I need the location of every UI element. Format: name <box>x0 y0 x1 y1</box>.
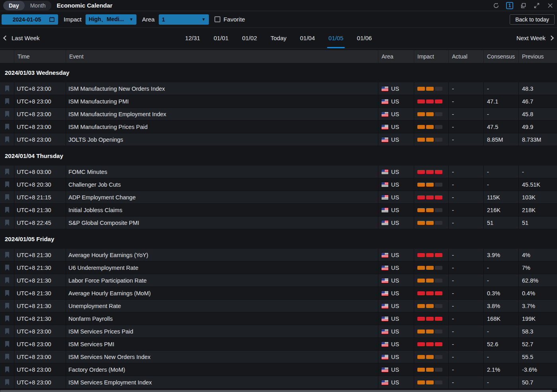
event-row[interactable]: UTC+8 21:30Nonfarm PayrollsUS-168K199K <box>0 312 557 325</box>
bookmark-icon[interactable] <box>5 265 10 271</box>
back-to-today-button[interactable]: Back to today <box>510 14 555 25</box>
day-tab-01-05[interactable]: 01/05 <box>322 28 351 48</box>
impact-bar <box>435 208 442 212</box>
event-row[interactable]: UTC+8 23:00Factory Orders (MoM)US-2.1%-3… <box>0 363 557 376</box>
horizontal-scrollbar[interactable] <box>0 390 552 392</box>
refresh-icon[interactable] <box>493 2 500 9</box>
bookmark-icon[interactable] <box>5 316 10 322</box>
event-row[interactable]: UTC+8 23:00ISM Services New Orders Index… <box>0 351 557 363</box>
favorite-checkbox[interactable] <box>214 16 220 22</box>
day-tab-01-04[interactable]: 01/04 <box>293 28 322 48</box>
impact-bar <box>426 221 434 225</box>
column-header-area: Area <box>378 50 414 63</box>
event-row[interactable]: UTC+8 21:30Average Hourly Earnings (MoM)… <box>0 287 557 300</box>
event-row[interactable]: UTC+8 22:45S&P Global Composite PMIUS-51… <box>0 216 557 229</box>
column-header-previous: Previous <box>518 50 557 63</box>
impact-cell <box>414 121 448 133</box>
us-flag-icon <box>382 355 388 359</box>
event-row[interactable]: UTC+8 23:00ISM Services PMIUS-52.652.7 <box>0 338 557 351</box>
bookmark-icon[interactable] <box>5 111 10 117</box>
area-code: US <box>391 181 399 188</box>
close-icon[interactable] <box>547 2 554 9</box>
impact-bars-medium <box>417 380 442 384</box>
bookmark-icon[interactable] <box>5 290 10 296</box>
event-row[interactable]: UTC+8 23:00ISM Services Employment Index… <box>0 376 557 389</box>
actual-value: - <box>448 178 483 191</box>
view-mode-switch: Day Month <box>3 1 51 10</box>
event-time: UTC+8 23:00 <box>14 351 66 363</box>
bookmark-icon[interactable] <box>5 194 10 200</box>
consensus-value: 216K <box>483 204 518 216</box>
panel-count-badge[interactable]: 1 <box>506 2 513 9</box>
bookmark-icon[interactable] <box>5 137 10 142</box>
event-row[interactable]: UTC+8 21:30Average Hourly Earnings (YoY)… <box>0 249 557 261</box>
bookmark-icon[interactable] <box>5 328 10 334</box>
day-tab-01-01[interactable]: 01/01 <box>207 28 236 48</box>
last-week-button[interactable]: Last Week <box>4 35 40 41</box>
impact-bars-medium <box>417 279 442 283</box>
bookmark-icon[interactable] <box>5 303 10 309</box>
actual-value: - <box>448 133 483 146</box>
event-row[interactable]: UTC+8 23:00ISM Manufacturing New Orders … <box>0 82 557 95</box>
event-row[interactable]: UTC+8 21:30Unemployment RateUS-3.8%3.7% <box>0 300 557 312</box>
bookmark-icon[interactable] <box>5 181 10 187</box>
tab-day[interactable]: Day <box>3 1 25 10</box>
bookmark-cell <box>0 108 14 120</box>
top-bar: Day Month Economic Calendar 1 <box>0 0 557 11</box>
event-row[interactable]: UTC+8 23:00ISM Manufacturing Employment … <box>0 108 557 121</box>
bookmark-icon[interactable] <box>5 98 10 104</box>
area-dropdown[interactable]: 1 ▼ <box>159 14 209 25</box>
bookmark-icon[interactable] <box>5 354 10 360</box>
date-section-header: 2024/01/03 Wednesday <box>0 63 557 82</box>
bookmark-icon[interactable] <box>5 367 10 372</box>
impact-cell <box>414 191 448 203</box>
last-week-label: Last Week <box>12 35 40 41</box>
copy-icon[interactable] <box>520 2 527 9</box>
event-row[interactable]: UTC+8 21:30Initial Jobless ClaimsUS-216K… <box>0 204 557 216</box>
bookmark-icon[interactable] <box>5 277 10 283</box>
day-tab-12-31[interactable]: 12/31 <box>178 28 207 48</box>
event-row[interactable]: UTC+8 23:00JOLTS Job OpeningsUS-8.85M8.7… <box>0 133 557 146</box>
day-tab-Today[interactable]: Today <box>264 28 293 48</box>
bookmark-icon[interactable] <box>5 124 10 130</box>
event-area: US <box>378 338 414 350</box>
event-row[interactable]: UTC+8 23:00ISM Services Prices PaidUS--5… <box>0 325 557 338</box>
impact-filter-label: Impact <box>64 16 82 23</box>
bookmark-icon[interactable] <box>5 220 10 226</box>
impact-bar <box>426 342 434 346</box>
event-row[interactable]: UTC+8 21:15ADP Employment ChangeUS-115K1… <box>0 191 557 204</box>
bookmark-icon[interactable] <box>5 252 10 258</box>
impact-bars-high <box>417 291 442 295</box>
event-row[interactable]: UTC+8 23:00ISM Manufacturing PMIUS-47.14… <box>0 95 557 108</box>
day-tab-01-02[interactable]: 01/02 <box>235 28 264 48</box>
next-week-button[interactable]: Next Week <box>516 35 553 41</box>
impact-dropdown[interactable]: High、Medi... ▼ <box>86 14 136 25</box>
day-tab-01-06[interactable]: 01/06 <box>350 28 379 48</box>
event-name: FOMC Minutes <box>66 166 378 178</box>
consensus-value: - <box>483 261 518 274</box>
event-time: UTC+8 21:30 <box>14 204 66 216</box>
previous-value: 3.7% <box>518 300 557 312</box>
expand-icon[interactable] <box>533 2 540 9</box>
date-picker[interactable]: 2024-01-05 <box>2 14 58 25</box>
event-row[interactable]: UTC+8 23:00ISM Manufacturing Prices Paid… <box>0 121 557 133</box>
event-row[interactable]: UTC+8 21:30U6 Underemployment RateUS--7% <box>0 261 557 274</box>
event-row[interactable]: UTC+8 20:30Challenger Job CutsUS--45.51K <box>0 178 557 191</box>
event-area: US <box>378 166 414 178</box>
event-time: UTC+8 21:15 <box>14 191 66 203</box>
bookmark-cell <box>0 261 14 274</box>
bookmark-icon[interactable] <box>5 169 10 175</box>
previous-value: 45.8 <box>518 108 557 120</box>
bookmark-icon[interactable] <box>5 86 10 92</box>
bookmark-icon[interactable] <box>5 207 10 213</box>
event-area: US <box>378 82 414 95</box>
impact-bar <box>417 266 425 270</box>
bookmark-icon[interactable] <box>5 379 10 385</box>
tab-month[interactable]: Month <box>25 1 51 10</box>
event-time: UTC+8 21:30 <box>14 300 66 312</box>
bookmark-icon[interactable] <box>5 341 10 347</box>
event-name: ISM Manufacturing PMI <box>66 95 378 107</box>
event-row[interactable]: UTC+8 03:00FOMC MinutesUS--- <box>0 166 557 178</box>
event-time: UTC+8 22:45 <box>14 216 66 229</box>
event-row[interactable]: UTC+8 21:30Labor Force Participation Rat… <box>0 274 557 287</box>
